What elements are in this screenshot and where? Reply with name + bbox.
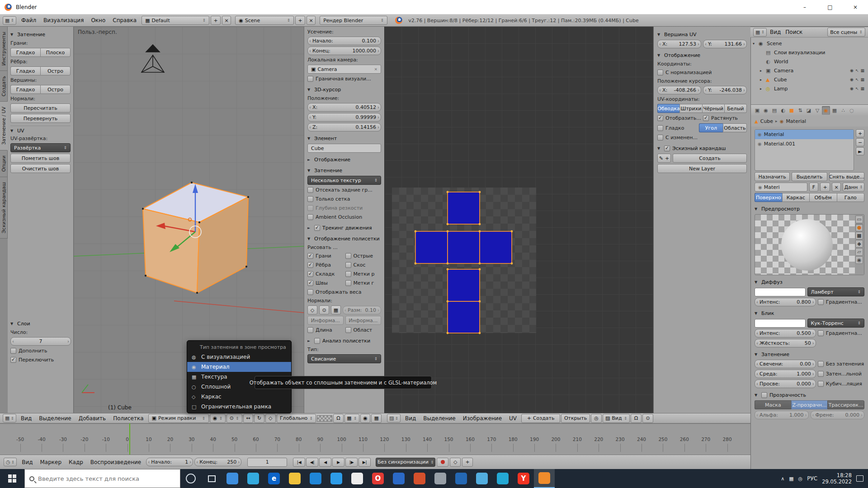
preview-type-button[interactable]: ◉	[855, 256, 863, 264]
stretch-checkbox[interactable]: Растянуть	[703, 114, 747, 122]
new-material-button[interactable]: +	[820, 183, 830, 192]
translucency-slider[interactable]: Просве: 0.000	[755, 380, 816, 388]
mesh-display-checkbox[interactable]: Метки г	[345, 279, 382, 287]
shading-menu-item[interactable]: ◍ С визуализацией	[187, 352, 291, 362]
keying-set-button[interactable]: ◇	[450, 458, 461, 467]
vertex-normals-toggle[interactable]: ◇	[307, 305, 317, 314]
shadeless-checkbox[interactable]: Без затенения	[818, 360, 864, 368]
panel-header-transparency[interactable]: ▼ Прозрачность	[755, 391, 864, 399]
uv-edge-mode-button[interactable]: Обводка	[657, 104, 679, 113]
data-source-dropdown[interactable]: Данн ⇕	[843, 183, 864, 192]
sync-dropdown[interactable]: Без синхронизации ⇕	[376, 458, 435, 467]
toolshelf-tab[interactable]: Инструменты	[0, 27, 8, 71]
properties-tab[interactable]: ◐	[779, 106, 787, 115]
properties-tab[interactable]: ◪	[805, 106, 813, 115]
snap-element-dropdown[interactable]: ▦ ⇕	[344, 414, 359, 423]
mesh-display-checkbox[interactable]: Складк	[307, 270, 344, 278]
pin-button[interactable]: ◎	[591, 414, 602, 423]
maximize-button[interactable]: □	[817, 0, 843, 14]
mode-dropdown[interactable]: ▣ Режим правки ⇕	[148, 414, 209, 423]
outliner-row[interactable]: ▾ ◉ Scene ◉ ↖ ▦	[753, 39, 866, 48]
orientation-dropdown[interactable]: Глобально ⇕	[277, 414, 316, 423]
shading-menu-item[interactable]: □ Ограничительная рамка	[187, 402, 291, 412]
playback-button[interactable]: |◀	[293, 458, 305, 467]
pivot-dropdown[interactable]: ⊙ ⇕	[226, 414, 242, 423]
clip-start-field[interactable]: Начало: 0.100	[307, 37, 381, 45]
panel-header-diffuse[interactable]: ▼ Диффуз	[755, 278, 864, 286]
menu-item[interactable]: Воспроизведение	[87, 459, 145, 465]
cortana-button[interactable]	[180, 469, 201, 488]
taskbar-app-button[interactable]: e	[264, 469, 284, 488]
taskbar-app-button[interactable]	[492, 469, 513, 488]
tray-network-icon[interactable]: ▦	[789, 476, 793, 482]
shade-verts-button[interactable]: Гладко	[10, 85, 40, 94]
clip-end-field[interactable]: Конец: 1000.000	[307, 47, 381, 55]
taskbar-app-button[interactable]	[347, 469, 368, 488]
shade-verts-button[interactable]: Остро	[40, 85, 71, 94]
frame-start-field[interactable]: Начало: 1	[146, 458, 193, 466]
menu-item[interactable]: Визуализация	[40, 17, 87, 23]
stretch-type-button[interactable]: Угол	[699, 123, 722, 132]
panel-header-shading[interactable]: ▼ Затенение	[307, 166, 381, 174]
taskbar-app-button[interactable]	[305, 469, 326, 488]
wire-only-checkbox[interactable]: Только сетка	[307, 195, 381, 203]
face-normals-toggle[interactable]: ▦	[331, 305, 341, 314]
preview-type-button[interactable]: ▱	[855, 248, 863, 256]
material-name-field[interactable]: ◉ Materi	[755, 183, 807, 192]
editor-type-button[interactable]: ▨ ⇕	[387, 414, 401, 422]
properties-tab[interactable]: ◉	[762, 106, 770, 115]
shading-menu-item[interactable]: ◉ Материал	[187, 362, 291, 372]
menu-item[interactable]: Вид	[18, 459, 36, 465]
outliner-row[interactable]: ▸ ▣ Camera ◉ ↖ ▦	[760, 66, 866, 75]
properties-tab[interactable]: ▽	[813, 106, 821, 115]
menu-item[interactable]: Маркер	[36, 459, 65, 465]
panel-header-motion-tracking[interactable]: ► Трекинг движения	[307, 224, 381, 232]
taskbar-app-button[interactable]	[243, 469, 264, 488]
expand-icon[interactable]: ▸	[760, 69, 764, 73]
menu-item[interactable]: Окно	[87, 17, 109, 23]
new-layer-button[interactable]: New Layer	[657, 164, 747, 173]
mark-seam-button[interactable]: Пометить шов	[10, 154, 71, 163]
uv-cursor-x-field[interactable]: X: -408.266	[657, 86, 701, 94]
edge-length-checkbox[interactable]: Длина	[307, 326, 344, 334]
outliner-filter-dropdown[interactable]: Все сцены ⇕	[827, 28, 865, 37]
toolshelf-tab[interactable]: Создать	[0, 71, 8, 102]
cursor-y-field[interactable]: Y: 0.99999	[307, 113, 381, 122]
menu-item[interactable]: Вид	[17, 415, 35, 422]
shading-menu-item[interactable]: ◇ Каркас	[187, 392, 291, 402]
clear-seam-button[interactable]: Очистить шов	[10, 164, 71, 173]
preview-type-button[interactable]: ◆	[855, 240, 863, 248]
scale-manipulator-button[interactable]: ◇	[265, 414, 276, 423]
editor-type-button[interactable]: ▦ ⇕	[753, 28, 767, 37]
taskbar-app-button[interactable]: O	[368, 469, 388, 488]
tangent-shading-checkbox[interactable]: Затен...льной	[818, 370, 864, 378]
diffuse-ramp-checkbox[interactable]: Градиентна...	[818, 298, 864, 306]
translate-manipulator-button[interactable]: ↔	[243, 414, 254, 423]
specular-color-swatch[interactable]	[755, 319, 806, 328]
scene-dropdown[interactable]: ◉ Scene ⇕	[235, 16, 294, 25]
emit-slider[interactable]: Свечени: 0.00	[755, 360, 816, 368]
show-weights-checkbox[interactable]: Отображать веса	[307, 288, 381, 296]
uv-edge-mode-button[interactable]: Чёрный	[702, 104, 724, 113]
local-camera-field[interactable]: ▣ Camera ×	[307, 65, 381, 74]
uv-vertex-x-field[interactable]: X: 127.53	[657, 40, 701, 48]
task-view-button[interactable]	[201, 469, 222, 488]
shade-edges-button[interactable]: Гладко	[10, 66, 40, 75]
clear-icon[interactable]: ×	[374, 67, 377, 71]
analysis-type-dropdown[interactable]: Свисание ⇕	[307, 354, 381, 363]
editor-type-button[interactable]: ◷ ⇕	[4, 458, 17, 466]
current-frame-field[interactable]: 1	[247, 458, 287, 467]
shading-mode-dropdown[interactable]: Несколько текстур ⇕	[307, 176, 381, 185]
rotate-manipulator-button[interactable]: ↻	[254, 414, 264, 423]
preview-type-button[interactable]: ▭	[855, 216, 863, 223]
playback-button[interactable]: ◀	[319, 458, 331, 467]
specular-shader-dropdown[interactable]: Кук-Торренс ⇕	[807, 319, 865, 328]
uv-vertex-y-field[interactable]: Y: 131.66	[703, 40, 747, 48]
menu-item[interactable]: Полисетка	[109, 415, 147, 422]
taskbar-app-button[interactable]	[388, 469, 409, 488]
frame-end-field[interactable]: Конец: 250	[194, 458, 241, 466]
opengl-render-button[interactable]: ◉	[360, 414, 371, 423]
transparency-mode-button[interactable]: Z-прозрачн...	[791, 400, 828, 409]
renderability-icon[interactable]: ▦	[860, 77, 864, 82]
normalized-checkbox[interactable]: С нормализацией	[657, 69, 747, 76]
